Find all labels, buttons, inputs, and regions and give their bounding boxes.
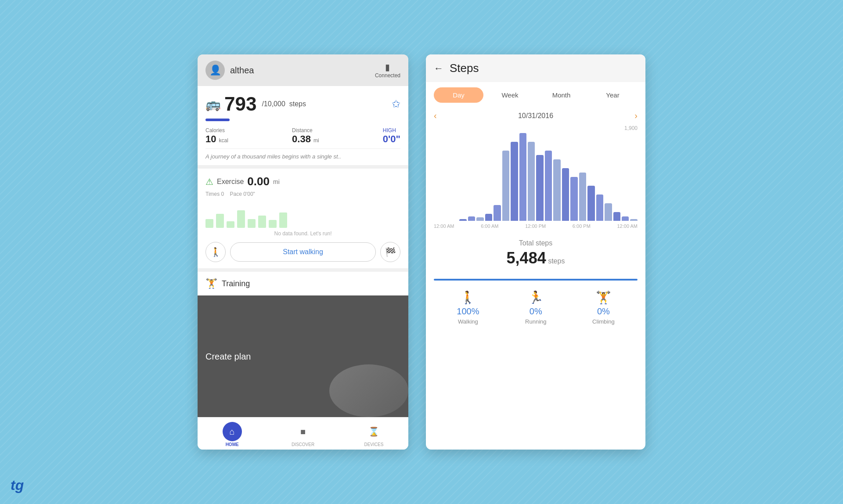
no-data-text: No data found. Let's run! [205,230,400,237]
total-steps-value: 5,484 [507,249,546,267]
mini-bar [258,216,266,228]
mini-bar [248,219,256,228]
tab-year[interactable]: Year [588,87,638,103]
chart-bar [630,219,637,221]
chart-bar [562,168,569,221]
back-button[interactable]: ← [434,63,443,74]
training-icon: 🏋 [205,278,217,289]
running-icon: 🏃 [528,290,544,305]
chart-x-label: 6:00 AM [481,223,498,229]
chart-bar [476,217,483,221]
distance-stat: Distance 0.38 mi [292,127,319,145]
shoe-icon: 🚌 [205,97,221,112]
date-navigation: ‹ 10/31/2016 › [426,108,645,125]
start-walking-button[interactable]: Start walking [230,242,376,262]
chart-bars [434,133,638,221]
chart-bar [468,216,475,221]
profile-info: 👤 althea [205,61,254,80]
calories-stat: Calories 10 kcal [205,127,228,145]
chart-x-label: 6:00 PM [573,223,591,229]
bottom-nav: ⌂ HOME ■ DISCOVER ⌛ DEVICES [198,417,408,450]
steps-left: 🚌 793 /10,000 steps [205,93,306,115]
running-pct: 0% [530,306,542,317]
exercise-sub: Times 0 Pace 0'00" [205,191,400,197]
chart-bar [536,155,543,221]
prev-date-button[interactable]: ‹ [434,111,437,121]
discover-icon: ■ [293,422,313,441]
walking-activity: 🚶 100% Walking [457,290,479,325]
chart-x-label: 12:00 AM [617,223,637,229]
avatar: 👤 [205,61,225,80]
chart-bar [502,151,509,221]
page-title: Steps [450,61,479,75]
connected-label: Connected [375,72,400,79]
chart-bar [459,219,466,221]
steps-progress-bar [205,119,230,121]
create-plan-text: Create plan [205,351,251,361]
chart-bar [622,216,629,221]
nav-discover[interactable]: ■ DISCOVER [292,422,314,447]
chart-bar [605,203,612,221]
home-label: HOME [226,442,239,447]
exercise-title: Exercise [217,178,244,186]
high-stat: HIGH 0'0" [383,127,400,145]
chart-bar [579,173,586,221]
walking-label: Walking [458,318,478,325]
chart-bar [570,177,577,221]
progress-bar [434,279,638,281]
climbing-activity: 🏋 0% Climbing [592,290,615,325]
training-section: 🏋 Training [198,272,408,295]
exercise-section: ⚠ Exercise 0.00 mi Times 0 Pace 0'00" No… [198,169,408,268]
chart-bar [494,205,501,221]
steps-header: ← Steps [426,54,645,82]
climbing-icon: 🏋 [596,290,611,305]
steps-chart: 1,900 12:00 AM6:00 AM12:00 PM6:00 PM12:0… [426,125,645,233]
running-activity: 🏃 0% Running [525,290,546,325]
nav-devices[interactable]: ⌛ DEVICES [364,422,383,447]
exercise-icon: ⚠ [205,176,213,187]
tab-month[interactable]: Month [537,87,586,103]
devices-label: DEVICES [364,442,383,447]
flag-button[interactable]: 🏁 [380,242,400,262]
mini-bar [216,214,224,228]
mini-bars [205,202,400,228]
activity-breakdown: 🚶 100% Walking 🏃 0% Running 🏋 0% Climbin… [426,286,645,334]
exercise-controls: 🚶 Start walking 🏁 [205,242,400,262]
tab-day[interactable]: Day [434,87,483,103]
chart-x-labels: 12:00 AM6:00 AM12:00 PM6:00 PM12:00 AM [434,221,638,229]
discover-label: DISCOVER [292,442,314,447]
chart-area [434,133,638,221]
running-label: Running [525,318,546,325]
current-date: 10/31/2016 [518,112,553,120]
create-plan-section[interactable]: Create plan [198,295,408,417]
chart-bar [519,133,526,221]
mini-bar [269,220,277,228]
stats-row: Calories 10 kcal Distance 0.38 mi HIGH 0… [205,127,400,149]
profile-header: 👤 althea ▮ Connected [198,54,408,86]
mini-bar [227,221,234,228]
home-icon: ⌂ [223,422,242,441]
nav-home[interactable]: ⌂ HOME [223,422,242,447]
chart-bar [553,159,560,221]
chart-bar [528,142,535,221]
chart-x-label: 12:00 PM [525,223,546,229]
devices-icon: ⌛ [364,422,383,441]
period-tabs: Day Week Month Year [426,82,645,108]
tg-badge: tg [11,477,24,493]
total-steps-display: 5,484 steps [434,249,638,267]
chart-bar [613,212,620,221]
steps-row: 🚌 793 /10,000 steps ✩ [205,93,400,115]
tab-week[interactable]: Week [485,87,535,103]
runner-image [329,364,408,417]
steps-count: 793 [224,93,256,115]
motivation-text: A journey of a thousand miles begins wit… [205,153,400,160]
walk-icon-button[interactable]: 🚶 [205,242,226,262]
mini-bar [237,210,245,228]
chart-bar [485,214,492,221]
right-phone: ← Steps Day Week Month Year ‹ 10/31/2016… [426,54,645,450]
next-date-button[interactable]: › [634,111,638,121]
total-steps-unit: steps [548,257,565,265]
trend-icon[interactable]: ✩ [392,98,400,110]
climbing-label: Climbing [592,318,615,325]
connection-status: ▮ Connected [375,62,400,79]
